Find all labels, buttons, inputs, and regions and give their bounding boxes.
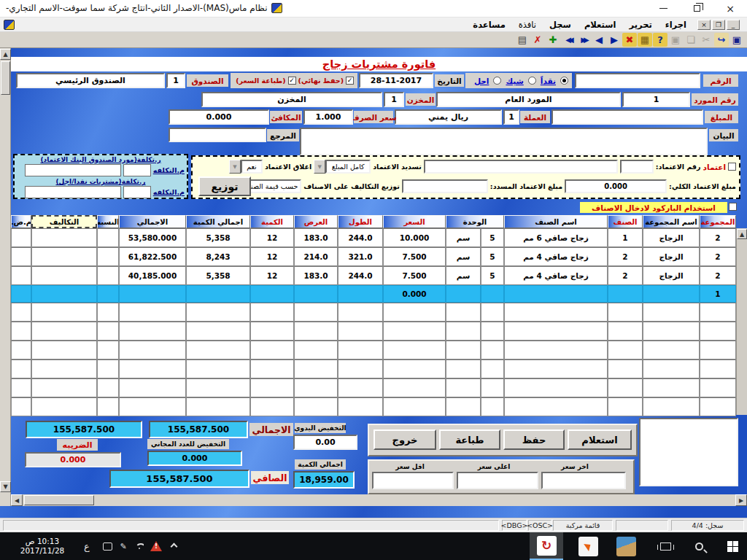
grid-cell[interactable] — [504, 322, 608, 341]
grid-cell[interactable] — [250, 397, 294, 416]
grid-cell[interactable]: زجاج صافي 6 مم — [504, 228, 608, 247]
vscroll-thumb[interactable] — [1, 61, 10, 95]
grid-cell[interactable]: سم — [446, 228, 481, 247]
grid-cell[interactable] — [700, 359, 736, 378]
last-record-icon[interactable]: ▶▶ — [576, 33, 591, 47]
grid-cell[interactable] — [504, 359, 608, 378]
grid-cell[interactable] — [481, 397, 504, 416]
grid-cell[interactable] — [11, 228, 31, 247]
grid-cell[interactable] — [31, 303, 97, 322]
grid-cell[interactable] — [250, 378, 294, 397]
grid-cell[interactable] — [700, 322, 736, 341]
add-record-icon[interactable]: ✚ — [546, 33, 560, 47]
grid-cell[interactable]: الزجاج — [643, 247, 700, 266]
manual-discount-input[interactable]: 0.00 — [293, 435, 357, 450]
grid-cell[interactable] — [11, 359, 31, 378]
grid-cell[interactable] — [504, 341, 608, 359]
grid-cell[interactable] — [643, 378, 700, 397]
grid-cell[interactable] — [643, 322, 700, 341]
grid-cell[interactable] — [97, 397, 119, 416]
grid-cell[interactable] — [31, 359, 97, 378]
grid-cell[interactable]: 2 — [700, 266, 736, 285]
grid-cell[interactable] — [383, 397, 446, 416]
credit-total-input[interactable]: 0.000 — [565, 179, 667, 193]
grid-cell[interactable] — [97, 359, 119, 378]
start-button[interactable] — [718, 532, 747, 560]
grid-cell[interactable]: 2 — [700, 228, 736, 247]
grid-cell[interactable]: 5,358 — [186, 228, 250, 247]
save-button[interactable]: حفظ — [503, 429, 565, 450]
grid-cell[interactable] — [119, 397, 186, 416]
grid-cell[interactable] — [97, 247, 119, 266]
final-save-checkbox[interactable]: ✓ — [346, 77, 354, 85]
grid-cell[interactable] — [338, 285, 383, 303]
grid-cell[interactable]: 0.000 — [383, 285, 446, 303]
credit-beneficiary-input[interactable] — [424, 160, 618, 174]
grid-cell[interactable] — [31, 322, 97, 341]
action-center-button[interactable] — [99, 532, 115, 560]
print-button[interactable]: طباعة — [439, 429, 500, 450]
grid-cell[interactable]: سم — [446, 247, 481, 266]
grid-cell[interactable] — [294, 397, 338, 416]
scroll-right-button[interactable]: ▶ — [735, 494, 747, 506]
grid-cell[interactable] — [119, 341, 186, 359]
query-button[interactable]: استعلام — [568, 429, 632, 450]
grid-cell[interactable] — [186, 303, 250, 322]
grid-cell[interactable] — [97, 322, 119, 341]
grid-cell[interactable]: الزجاج — [643, 266, 700, 285]
credit-radio[interactable] — [493, 77, 501, 85]
store-name-input[interactable]: المخزن — [201, 92, 382, 107]
delete-record-icon[interactable]: ✗ — [530, 33, 545, 47]
grid-cell[interactable] — [31, 266, 97, 285]
print-icon[interactable]: ▤ — [515, 33, 530, 47]
grid-cell[interactable] — [446, 359, 481, 378]
grid-cell[interactable]: 2 — [608, 266, 643, 285]
scroll-down-button[interactable]: ▼ — [0, 481, 11, 492]
dropdown-arrow-icon[interactable]: ▼ — [314, 160, 325, 174]
maximize-button[interactable] — [680, 0, 713, 17]
grid-cell[interactable] — [250, 285, 294, 303]
cost-name-input-1[interactable] — [25, 164, 121, 176]
grid-cell[interactable]: 244.0 — [338, 266, 383, 285]
grid-cell[interactable] — [11, 247, 31, 266]
currency-id-input[interactable]: 1 — [503, 109, 519, 125]
taskbar-app-images[interactable] — [611, 532, 640, 560]
amount-input[interactable] — [551, 109, 703, 125]
credit-close-combo[interactable]: نعم ▼ — [229, 160, 263, 174]
grid-cell[interactable] — [446, 285, 481, 303]
grid-cell[interactable]: 183.0 — [294, 228, 338, 247]
grid-cell[interactable]: 183.0 — [294, 266, 338, 285]
grid-cell[interactable]: 7.500 — [383, 247, 446, 266]
hscroll-thumb[interactable] — [24, 495, 94, 505]
warning-tray-button[interactable] — [147, 532, 165, 560]
store-id-input[interactable]: 1 — [384, 92, 404, 107]
grid-cell[interactable] — [186, 378, 250, 397]
first-record-icon[interactable]: ◀◀ — [561, 33, 576, 47]
grid-cell[interactable] — [504, 397, 608, 416]
grid-cell[interactable]: 61,822.500 — [119, 247, 186, 266]
prev-record-icon[interactable]: ◀ — [592, 33, 606, 47]
grid-cell[interactable]: 1 — [608, 228, 643, 247]
grid-cell[interactable]: 40,185.000 — [119, 266, 186, 285]
grid-cell[interactable]: 5 — [481, 247, 504, 266]
credit-payment-combo[interactable]: كامل المبلغ ▼ — [314, 160, 371, 174]
grid-cell[interactable]: 12 — [250, 266, 294, 285]
grid-cell[interactable] — [119, 285, 186, 303]
grid-cell[interactable] — [608, 359, 643, 378]
grid-cell[interactable] — [383, 303, 446, 322]
date-input[interactable]: 28-11-2017 — [359, 73, 433, 88]
grid-scrollbar[interactable] — [736, 228, 747, 415]
grid-cell[interactable] — [383, 341, 446, 359]
grid-cell[interactable]: سم — [446, 266, 481, 285]
grid-cell[interactable] — [481, 378, 504, 397]
grid-cell[interactable] — [294, 322, 338, 341]
grid-cell[interactable]: 5 — [481, 266, 504, 285]
grid-cell[interactable]: 244.0 — [338, 228, 383, 247]
grid-cell[interactable] — [31, 378, 97, 397]
form-horizontal-scrollbar[interactable] — [11, 494, 747, 506]
grid-cell[interactable] — [643, 303, 700, 322]
grid-cell[interactable]: 5,358 — [186, 266, 250, 285]
grid-cell[interactable]: 5 — [481, 228, 504, 247]
grid-cell[interactable] — [481, 303, 504, 322]
grid-cell[interactable] — [504, 303, 608, 322]
